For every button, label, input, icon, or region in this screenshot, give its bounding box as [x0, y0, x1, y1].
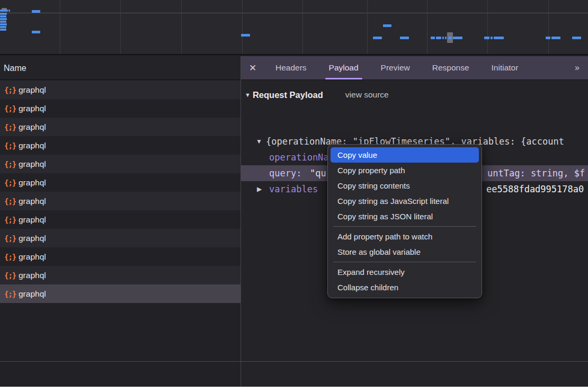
request-row[interactable]: {;}graphql — [0, 192, 240, 210]
detail-tab-bar: ✕ HeadersPayloadPreviewResponseInitiator… — [241, 56, 588, 80]
waterfall-bar — [494, 37, 504, 39]
request-payload-section-header[interactable]: ▼ Request Payload view source — [245, 87, 389, 103]
request-row[interactable]: {;}graphql — [0, 229, 240, 247]
collapsed-triangle-icon: ▶ — [257, 181, 262, 197]
more-tabs-button[interactable]: » — [565, 56, 588, 79]
json-braces-icon: {;} — [4, 271, 19, 280]
property-key: variables — [269, 181, 318, 197]
menu-item-copy-value[interactable]: Copy value — [331, 147, 479, 163]
overview-gridline — [60, 0, 60, 54]
waterfall-bar — [373, 37, 382, 39]
request-name: graphql — [19, 252, 46, 262]
menu-item-store-as-global-variable[interactable]: Store as global variable — [331, 244, 479, 260]
waterfall-bar — [32, 31, 40, 33]
menu-separator — [333, 226, 476, 227]
waterfall-bar — [442, 37, 444, 39]
request-row[interactable]: {;}graphql — [0, 247, 240, 266]
overview-gridline — [487, 0, 488, 54]
close-detail-button[interactable]: ✕ — [241, 56, 264, 79]
waterfall-bar — [436, 37, 441, 39]
menu-item-copy-property-path[interactable]: Copy property path — [331, 163, 479, 178]
network-overview-strip[interactable] — [0, 0, 588, 55]
tab-initiator[interactable]: Initiator — [480, 56, 530, 79]
menu-separator — [333, 262, 476, 262]
request-row[interactable]: {;}graphql — [0, 118, 240, 136]
property-value-start: "qu — [310, 165, 326, 181]
menu-item-expand-recursively[interactable]: Expand recursively — [331, 264, 479, 280]
overview-gridline — [427, 0, 427, 54]
request-row[interactable]: {;}graphql — [0, 155, 240, 173]
menu-item-copy-string-as-javascript-literal[interactable]: Copy string as JavaScript literal — [331, 193, 479, 209]
request-row[interactable]: {;}graphql — [0, 284, 240, 303]
expanded-triangle-icon: ▼ — [256, 133, 262, 149]
close-icon: ✕ — [249, 63, 256, 74]
request-row[interactable]: {;}graphql — [0, 81, 240, 99]
json-braces-icon: {;} — [4, 160, 19, 168]
context-menu: Copy valueCopy property pathCopy string … — [327, 144, 482, 298]
waterfall-bar — [572, 37, 581, 39]
waterfall-bar — [453, 37, 462, 39]
request-row[interactable]: {;}graphql — [0, 210, 240, 229]
overview-horizontal-gridline — [0, 13, 588, 13]
waterfall-bar — [0, 23, 7, 25]
request-name: graphql — [19, 271, 46, 280]
property-key: query: — [269, 165, 301, 181]
waterfall-bar — [0, 13, 7, 15]
waterfall-bar — [0, 10, 8, 12]
request-row[interactable]: {;}graphql — [0, 136, 240, 155]
devtools-network-panel: Name {;}graphql{;}graphql{;}graphql{;}gr… — [0, 0, 588, 387]
json-braces-icon: {;} — [4, 234, 19, 243]
section-title: Request Payload — [253, 90, 323, 100]
waterfall-bar — [445, 37, 447, 39]
menu-item-copy-string-contents[interactable]: Copy string contents — [331, 178, 479, 193]
request-list: {;}graphql{;}graphql{;}graphql{;}graphql… — [0, 81, 240, 303]
tab-preview[interactable]: Preview — [370, 56, 421, 79]
json-braces-icon: {;} — [4, 179, 19, 187]
tab-headers[interactable]: Headers — [264, 56, 318, 79]
tabs-container: HeadersPayloadPreviewResponseInitiator — [264, 56, 529, 79]
request-name: graphql — [19, 104, 46, 113]
request-name: graphql — [19, 122, 46, 132]
overview-gridline — [548, 0, 549, 54]
waterfall-bar — [8, 10, 10, 12]
waterfall-bar — [431, 37, 435, 39]
collapse-triangle-icon: ▼ — [245, 92, 251, 98]
menu-item-add-property-path-to-watch[interactable]: Add property path to watch — [331, 229, 479, 244]
overview-gridline — [120, 0, 121, 54]
name-column-header[interactable]: Name — [0, 56, 240, 80]
request-row[interactable]: {;}graphql — [0, 99, 240, 118]
request-table: Name {;}graphql{;}graphql{;}graphql{;}gr… — [0, 56, 240, 387]
menu-item-copy-string-as-json-literal[interactable]: Copy string as JSON literal — [331, 209, 479, 224]
property-value-fragment: untTag: string, $f — [487, 165, 585, 181]
waterfall-bar — [546, 37, 550, 39]
request-name: graphql — [19, 178, 46, 188]
overview-gridline — [181, 0, 182, 54]
request-name: graphql — [19, 215, 46, 225]
json-braces-icon: {;} — [4, 290, 19, 298]
waterfall-bar — [0, 29, 6, 31]
request-row[interactable]: {;}graphql — [0, 266, 240, 284]
devtools-window: Name {;}graphql{;}graphql{;}graphql{;}gr… — [0, 0, 588, 392]
overview-gridline — [302, 0, 303, 54]
json-braces-icon: {;} — [4, 123, 19, 131]
view-source-link[interactable]: view source — [345, 90, 389, 100]
waterfall-bar — [383, 24, 391, 27]
waterfall-bar — [32, 10, 40, 13]
overview-gridline — [242, 0, 243, 54]
request-row[interactable]: {;}graphql — [0, 173, 240, 192]
summary-bar-divider — [0, 361, 588, 362]
json-braces-icon: {;} — [4, 141, 19, 150]
menu-item-collapse-children[interactable]: Collapse children — [331, 280, 479, 295]
request-name: graphql — [19, 141, 46, 150]
request-name: graphql — [19, 159, 46, 169]
waterfall-bar — [0, 15, 6, 17]
json-braces-icon: {;} — [4, 253, 19, 261]
tab-payload[interactable]: Payload — [318, 56, 370, 79]
json-braces-icon: {;} — [4, 197, 19, 206]
json-braces-icon: {;} — [4, 104, 19, 113]
waterfall-bar — [0, 18, 7, 20]
property-value-fragment: ee5588fdad995178a0 — [486, 181, 584, 197]
chevron-double-right-icon: » — [575, 63, 578, 73]
panel-splitter[interactable] — [240, 56, 241, 387]
tab-response[interactable]: Response — [421, 56, 480, 79]
